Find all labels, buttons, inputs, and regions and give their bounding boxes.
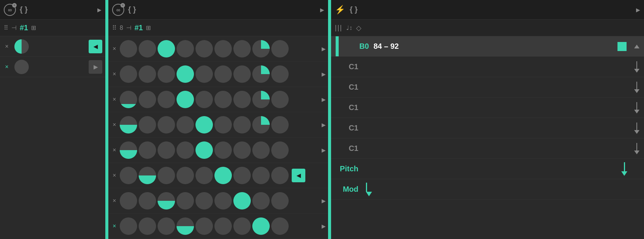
row-arrow-7[interactable]: ▶ xyxy=(322,198,326,204)
gc-1-3 xyxy=(158,40,175,57)
slider-mod[interactable] xyxy=(366,183,372,196)
slider-c1-4[interactable] xyxy=(634,123,639,134)
gc-2-5 xyxy=(195,65,213,83)
hash-number-1: #1 xyxy=(20,23,28,32)
right-row-c1-1: C1 xyxy=(331,57,644,77)
infinity-icon-1[interactable]: ∞ × xyxy=(4,4,16,16)
braces-icon-1[interactable]: { } xyxy=(20,5,28,14)
step-count: 8 xyxy=(120,25,123,31)
panel-1-header: ∞ × { } ▶ xyxy=(0,0,105,20)
grid-row-2: × ▶ xyxy=(108,62,328,87)
gc-6-6 xyxy=(214,167,232,184)
braces-icon-3[interactable]: { } xyxy=(350,5,358,14)
note-icon[interactable]: ♩↕ xyxy=(346,24,352,31)
gc-7-1 xyxy=(120,192,137,210)
dots-icon-1[interactable]: ⠿ xyxy=(4,24,8,31)
grid-x-7[interactable]: × xyxy=(111,197,118,204)
gc-8-7 xyxy=(233,217,251,235)
right-row-b0: B0 84 – 92 xyxy=(331,36,644,57)
gc-2-9 xyxy=(271,65,289,83)
panel-3: ⚡ { } ▶ ||| ♩↕ ◇ B0 84 – 92 C1 C1 xyxy=(331,0,644,239)
infinity-icon-2[interactable]: ∞ × xyxy=(112,4,124,16)
color-square-b0[interactable] xyxy=(617,42,627,51)
x-badge-1: × xyxy=(12,3,17,8)
panel-2-subheader: ⠿ 8 ⊣ #1 ⊞ xyxy=(108,20,328,36)
grid-x-8[interactable]: × xyxy=(111,223,118,230)
grid-x-6[interactable]: × xyxy=(111,172,118,179)
nav-back-btn-grid[interactable]: ◀ xyxy=(292,169,305,182)
row-arrow-2[interactable]: ▶ xyxy=(322,71,326,77)
expand-icon-2[interactable]: ⊞ xyxy=(146,24,151,31)
mute-x-1[interactable]: × xyxy=(3,43,11,50)
grid-x-1[interactable]: × xyxy=(111,45,118,52)
grid-row-4: × ▶ xyxy=(108,112,328,138)
gc-3-2 xyxy=(139,91,156,108)
grid-row-8: × ▶ xyxy=(108,214,328,239)
mute-x-2[interactable]: × xyxy=(3,64,11,70)
bars-icon[interactable]: ||| xyxy=(335,24,342,32)
nav-fwd-btn-1[interactable]: ▶ xyxy=(89,60,102,74)
play-button-2[interactable]: ▶ xyxy=(320,7,324,13)
right-row-c1-3: C1 xyxy=(331,98,644,118)
gc-5-2 xyxy=(139,141,156,159)
gc-4-3 xyxy=(158,116,175,133)
play-button-1[interactable]: ▶ xyxy=(97,7,102,13)
row-arrow-8[interactable]: ▶ xyxy=(322,223,326,229)
right-row-c1-5: C1 xyxy=(331,138,644,159)
gc-4-8 xyxy=(252,116,270,133)
panel-1-subheader: ⠿ ⊣ #1 ⊞ xyxy=(0,20,105,36)
gc-3-5 xyxy=(195,91,213,108)
note-label-pitch: Pitch xyxy=(336,165,358,173)
grid-x-5[interactable]: × xyxy=(111,147,118,154)
bolt-icon[interactable]: ⚡ xyxy=(335,5,345,15)
gc-6-4 xyxy=(177,167,194,184)
half-fill-1 xyxy=(14,39,22,54)
gc-3-4 xyxy=(177,91,194,108)
gc-6-5 xyxy=(195,167,213,184)
row-arrow-4[interactable]: ▶ xyxy=(322,122,326,128)
gc-7-8 xyxy=(252,192,270,210)
nav-back-btn-1[interactable]: ◀ xyxy=(89,40,102,53)
gc-8-2 xyxy=(139,217,156,235)
diamond-icon[interactable]: ◇ xyxy=(356,24,361,32)
braces-icon-2[interactable]: { } xyxy=(128,5,136,14)
panel-3-subheader: ||| ♩↕ ◇ xyxy=(331,20,644,36)
note-label-b0: B0 xyxy=(346,42,369,51)
row-arrow-1[interactable]: ▶ xyxy=(322,46,326,52)
gc-1-2 xyxy=(139,40,156,57)
gc-6-3 xyxy=(158,167,175,184)
gc-8-6 xyxy=(214,217,232,235)
note-label-c1-1: C1 xyxy=(336,62,358,71)
gc-5-6 xyxy=(214,141,232,159)
arrow-in-icon-1[interactable]: ⊣ xyxy=(11,24,17,31)
arrow-in-icon-2[interactable]: ⊣ xyxy=(126,24,131,31)
play-button-3[interactable]: ▶ xyxy=(636,7,640,13)
grid-x-2[interactable]: × xyxy=(111,71,118,78)
slider-pitch[interactable] xyxy=(621,162,627,176)
gc-1-5 xyxy=(195,40,213,57)
gc-4-7 xyxy=(233,116,251,133)
gc-6-1 xyxy=(120,167,137,184)
note-label-c1-3: C1 xyxy=(336,103,358,112)
dots-icon-2[interactable]: ⠿ xyxy=(112,24,117,31)
gc-2-8 xyxy=(252,65,270,83)
grid-x-4[interactable]: × xyxy=(111,121,118,128)
gc-1-1 xyxy=(120,40,137,57)
grid-row-5: × ▶ xyxy=(108,138,328,163)
grid-x-3[interactable]: × xyxy=(111,96,118,103)
gc-2-7 xyxy=(233,65,251,83)
slider-c1-5[interactable] xyxy=(634,143,639,154)
slider-c1-3[interactable] xyxy=(634,102,639,113)
slider-c1-2[interactable] xyxy=(634,82,639,93)
note-label-mod: Mod xyxy=(336,185,358,194)
slider-c1-1[interactable] xyxy=(634,61,639,73)
gc-6-7 xyxy=(233,167,251,184)
note-label-c1-5: C1 xyxy=(336,144,358,153)
row-arrow-3[interactable]: ▶ xyxy=(322,96,326,102)
slider-b0[interactable] xyxy=(634,45,639,48)
expand-icon-1[interactable]: ⊞ xyxy=(31,24,36,31)
slider-arrow-up-b0 xyxy=(634,45,639,48)
row-arrow-5[interactable]: ▶ xyxy=(322,147,326,153)
gc-8-3 xyxy=(158,217,175,235)
grid-row-6: × ◀ xyxy=(108,163,328,188)
